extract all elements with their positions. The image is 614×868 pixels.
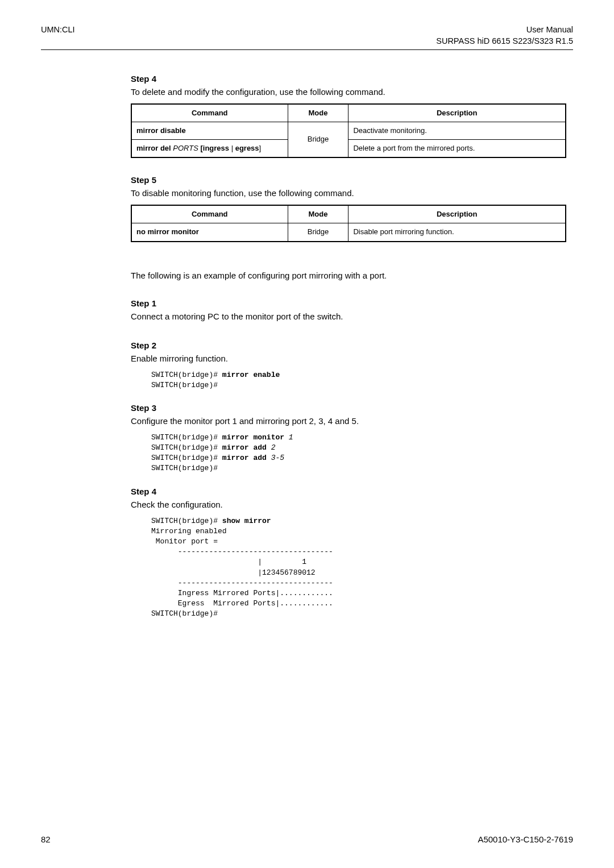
page-header: UMN:CLI User Manual SURPASS hiD 6615 S22…: [41, 24, 573, 47]
step5-desc: To disable monitoring function, use the …: [131, 187, 566, 199]
cell-mode: Bridge: [288, 122, 349, 157]
th-mode: Mode: [288, 205, 349, 223]
cell-description: Delete a port from the mirrored ports.: [349, 139, 566, 157]
code-line: -----------------------------------: [151, 579, 333, 587]
th-mode: Mode: [288, 104, 349, 122]
code-line-frag: mirror add: [222, 443, 271, 452]
code-line-frag: SWITCH(bridge)#: [151, 454, 222, 462]
code-line-frag: mirror add: [222, 454, 271, 462]
code-line: |123456789012: [151, 568, 316, 577]
code-line: SWITCH(bridge)#: [151, 381, 218, 389]
cmd-frag: |: [231, 144, 235, 152]
code-line-frag: SWITCH(bridge)#: [151, 517, 222, 525]
code-line-frag: 3-5: [271, 454, 284, 462]
code-line: SWITCH(bridge)#: [151, 464, 218, 472]
table-header-row: Command Mode Description: [131, 104, 566, 122]
cmd-text: mirror disable: [136, 126, 186, 135]
code-line-frag: show mirror: [222, 517, 271, 525]
code-step2: SWITCH(bridge)# mirror enable SWITCH(bri…: [151, 370, 566, 391]
step3-desc: Configure the monitor port 1 and mirrori…: [131, 415, 566, 427]
cell-command: mirror del PORTS [ingress | egress]: [131, 139, 288, 157]
code-step3: SWITCH(bridge)# mirror monitor 1 SWITCH(…: [151, 433, 566, 474]
cmd-frag: mirror del: [136, 144, 173, 152]
cmd-frag: egress: [235, 144, 259, 152]
table-header-row: Command Mode Description: [131, 205, 566, 223]
th-command: Command: [131, 104, 288, 122]
step1-title: Step 1: [131, 297, 566, 309]
cell-command: mirror disable: [131, 122, 288, 139]
step4-title: Step 4: [131, 73, 566, 85]
th-description: Description: [349, 205, 566, 223]
code-line: Mirroring enabled: [151, 527, 227, 535]
table-step4: Command Mode Description mirror disable …: [131, 103, 566, 159]
cell-description: Disable port mirroring function.: [349, 223, 566, 242]
header-right: User Manual SURPASS hiD 6615 S223/S323 R…: [436, 24, 573, 47]
step1-desc: Connect a motoring PC to the monitor por…: [131, 310, 566, 322]
step4b-title: Step 4: [131, 485, 566, 497]
th-description: Description: [349, 104, 566, 122]
page-number: 82: [41, 833, 51, 845]
code-line: Monitor port =: [151, 537, 218, 546]
code-line: -----------------------------------: [151, 547, 333, 556]
code-line-frag: SWITCH(bridge)#: [151, 443, 222, 452]
header-right-line1: User Manual: [436, 24, 573, 35]
code-line: | 1: [151, 558, 306, 566]
main-content: Step 4 To delete and modify the configur…: [41, 73, 573, 620]
code-line: SWITCH(bridge)#: [151, 609, 218, 618]
code-line-frag: SWITCH(bridge)#: [151, 371, 222, 379]
step2-title: Step 2: [131, 339, 566, 351]
table-step5: Command Mode Description no mirror monit…: [131, 205, 566, 242]
code-line-frag: SWITCH(bridge)#: [151, 433, 222, 442]
table-row: no mirror monitor Bridge Disable port mi…: [131, 223, 566, 242]
code-line-frag: mirror monitor: [222, 433, 289, 442]
step4-desc: To delete and modify the configuration, …: [131, 86, 566, 98]
code-line-frag: mirror enable: [222, 371, 280, 379]
th-command: Command: [131, 205, 288, 223]
header-left: UMN:CLI: [41, 24, 75, 47]
code-step4: SWITCH(bridge)# show mirror Mirroring en…: [151, 516, 566, 620]
header-rule: [41, 49, 573, 50]
step5-title: Step 5: [131, 174, 566, 186]
doc-code: A50010-Y3-C150-2-7619: [478, 833, 573, 845]
code-line: Ingress Mirrored Ports|............: [151, 589, 333, 597]
code-line: Egress Mirrored Ports|............: [151, 599, 333, 608]
step4b-desc: Check the configuration.: [131, 499, 566, 510]
page-footer: 82 A50010-Y3-C150-2-7619: [41, 833, 573, 845]
cell-command: no mirror monitor: [131, 223, 288, 242]
header-right-line2: SURPASS hiD 6615 S223/S323 R1.5: [436, 35, 573, 47]
cmd-frag: PORTS: [173, 144, 198, 152]
cell-mode: Bridge: [288, 223, 349, 242]
cmd-frag: [ingress: [198, 144, 231, 152]
cell-description: Deactivate monitoring.: [349, 122, 566, 139]
table-row: mirror del PORTS [ingress | egress] Dele…: [131, 139, 566, 157]
table-row: mirror disable Bridge Deactivate monitor…: [131, 122, 566, 139]
example-intro: The following is an example of configuri…: [131, 269, 566, 281]
cmd-text: no mirror monitor: [136, 227, 199, 236]
cmd-frag: ]: [259, 144, 262, 152]
code-line-frag: 2: [271, 443, 276, 452]
code-line-frag: 1: [289, 433, 293, 442]
step2-desc: Enable mirroring function.: [131, 352, 566, 364]
step3-title: Step 3: [131, 402, 566, 414]
